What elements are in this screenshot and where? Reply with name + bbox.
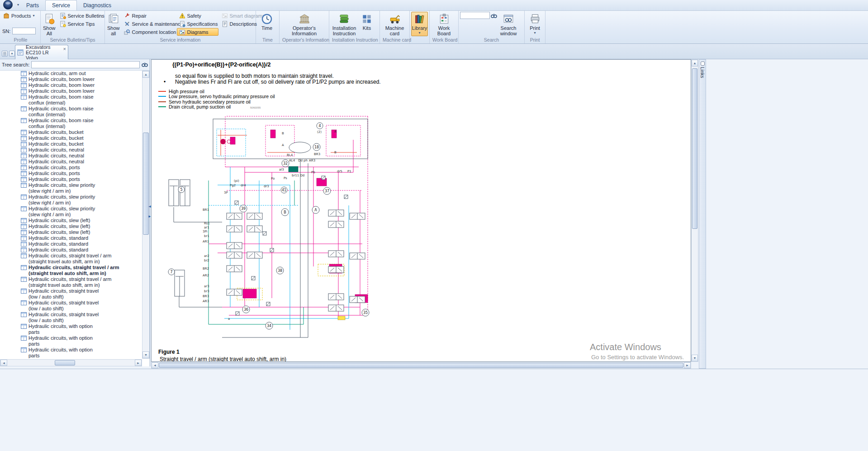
document-horizontal-scrollbar[interactable]: ◄ ►: [151, 362, 691, 369]
tab-diagnostics[interactable]: Diagnostics: [77, 0, 118, 10]
library-button[interactable]: Library ▾: [411, 12, 428, 36]
tree-horizontal-scrollbar[interactable]: ◄ ►: [0, 359, 142, 366]
work-board-button[interactable]: Work Board: [433, 12, 455, 37]
show-all-bulletins-label: Show All: [43, 25, 56, 36]
tree-item[interactable]: Hydraulic circuits, ports: [20, 171, 142, 176]
close-tab-icon[interactable]: ×: [63, 46, 66, 52]
panel-pin-button[interactable]: ▾: [9, 51, 15, 57]
service-bulletins-button[interactable]: Service Bulletins: [57, 12, 107, 19]
tree-item[interactable]: Hydraulic circuits, slew (left): [20, 223, 142, 229]
scroll-up-icon[interactable]: ▲: [142, 71, 149, 78]
scroll-down-icon[interactable]: ▼: [692, 355, 698, 361]
specifications-button[interactable]: Specifications: [177, 20, 218, 28]
tree-item[interactable]: Hydraulic circuits, standard: [20, 235, 142, 241]
tree-item-label: Hydraulic circuits, standard: [28, 241, 88, 247]
scroll-right-icon[interactable]: ►: [135, 360, 142, 366]
sn-input[interactable]: [12, 28, 36, 34]
tree-item-label: Hydraulic circuits, with option parts: [28, 335, 93, 347]
legend-label: High pressure oil: [169, 89, 204, 94]
repair-button[interactable]: Repair: [122, 12, 176, 19]
callout-41: 41: [281, 187, 287, 193]
panel-view-button[interactable]: [2, 51, 8, 57]
kits-button[interactable]: Kits: [359, 12, 375, 36]
scroll-up-icon[interactable]: ▲: [692, 60, 698, 66]
links-tab[interactable]: Links: [700, 67, 705, 78]
tree-item[interactable]: Hydraulic circuits, ports: [20, 165, 142, 171]
tree-item[interactable]: Hydraulic circuits, standard: [20, 247, 142, 253]
document-hscroll-thumb[interactable]: [159, 363, 683, 368]
show-all-bulletins-button[interactable]: Show All: [42, 12, 57, 37]
tree-item[interactable]: Hydraulic circuits, bucket: [20, 141, 142, 147]
application-menu-button[interactable]: ▾: [0, 0, 20, 10]
links-icon[interactable]: [701, 62, 705, 66]
tree-item[interactable]: Hydraulic circuits, slew priority (slew …: [20, 194, 142, 206]
tree-item[interactable]: Hydraulic circuits, neutral: [20, 153, 142, 159]
document-tab-excavators[interactable]: Excavators EC210 LR Volvo ×: [15, 45, 68, 59]
tree-item[interactable]: Hydraulic circuits, straight travel (low…: [20, 300, 142, 312]
scroll-left-icon[interactable]: ◄: [0, 360, 7, 366]
safety-button[interactable]: Safety: [177, 12, 218, 19]
operators-information-button[interactable]: Operator's Information: [289, 12, 319, 37]
show-all-information-button[interactable]: Show all: [106, 12, 121, 37]
search-window-button[interactable]: Search window: [498, 12, 519, 37]
component-location-icon: [124, 29, 130, 35]
tree-item[interactable]: Hydraulic circuits, straight travel (low…: [20, 288, 142, 300]
circuit-document-icon: [21, 253, 27, 258]
tree-item[interactable]: Hydraulic circuits, boom raise conflux (…: [20, 118, 142, 129]
tree-item[interactable]: Hydraulic circuits, slew priority (slew …: [20, 206, 142, 218]
svg-text:Pb: Pb: [311, 171, 315, 174]
tab-parts[interactable]: Parts: [20, 0, 45, 10]
tree-item[interactable]: Hydraulic circuits, slew (left): [20, 229, 142, 235]
tree-item[interactable]: Hydraulic circuits, straight travel / ar…: [20, 265, 142, 276]
tree-item[interactable]: Hydraulic circuits, bucket: [20, 135, 142, 141]
scroll-left-icon[interactable]: ◄: [152, 362, 158, 368]
specifications-icon: [179, 21, 185, 27]
print-button[interactable]: Print ▾: [526, 12, 544, 36]
tree-item[interactable]: Hydraulic circuits, with option parts: [20, 323, 142, 335]
tree-item[interactable]: Hydraulic circuits, boom lower: [20, 82, 142, 88]
tree-search-input[interactable]: [31, 61, 140, 68]
diagrams-button[interactable]: Diagrams: [177, 28, 218, 36]
tree-item[interactable]: Hydraulic circuits, slew priority (slew …: [20, 182, 142, 194]
time-button[interactable]: Time: [257, 12, 276, 36]
svg-text:AL4: AL4: [289, 159, 295, 162]
tree-item[interactable]: Hydraulic circuits, boom raise conflux (…: [20, 94, 142, 106]
machine-card-button[interactable]: Machine card: [383, 12, 407, 37]
hydraulic-schematic: 4 (2) 18 32 41 37 39 B A 5 38 7 36 35 34…: [154, 113, 370, 340]
binoculars-icon[interactable]: [491, 13, 497, 19]
tree-item[interactable]: Hydraulic circuits, with option parts: [20, 347, 142, 359]
document-scroll-thumb[interactable]: [692, 68, 697, 229]
component-location-button[interactable]: Component location: [122, 28, 176, 36]
svg-text:Rs1: Rs1: [204, 222, 210, 225]
tree-item-label: Hydraulic circuits, straight travel (low…: [28, 288, 99, 300]
scroll-down-icon[interactable]: ▼: [142, 351, 149, 358]
tree-hscroll-thumb[interactable]: [55, 360, 75, 366]
document-vertical-scrollbar[interactable]: ▲ ▼: [691, 59, 698, 362]
tab-service[interactable]: Service: [45, 0, 77, 10]
tree-item[interactable]: Hydraulic circuits, boom lower: [20, 76, 142, 82]
tree-item[interactable]: Hydraulic circuits, boom lower: [20, 88, 142, 94]
tree-item[interactable]: Hydraulic circuits, standard: [20, 241, 142, 247]
tree-item[interactable]: Hydraulic circuits, ports: [20, 176, 142, 182]
tree-item[interactable]: Hydraulic circuits, straight travel / ar…: [20, 276, 142, 288]
circuit-document-icon: [21, 195, 27, 199]
tree-item[interactable]: Hydraulic circuits, arm out: [20, 71, 142, 76]
tree-search-binoculars-icon[interactable]: [142, 62, 148, 68]
tree-item[interactable]: Hydraulic circuits, boom raise conflux (…: [20, 106, 142, 118]
tree-item[interactable]: Hydraulic circuits, with option parts: [20, 335, 142, 347]
scroll-right-icon[interactable]: ►: [684, 362, 691, 368]
service-maintenance-button[interactable]: Service & maintenance: [122, 20, 176, 28]
products-dropdown[interactable]: Products ▾: [2, 12, 39, 20]
tree-scroll-thumb[interactable]: [143, 133, 149, 235]
installation-instruction-button[interactable]: Installation Instruction: [331, 12, 358, 37]
group-label-time: Time: [257, 37, 278, 43]
tree-item[interactable]: Hydraulic circuits, bucket: [20, 129, 142, 135]
tree-item[interactable]: Hydraulic circuits, straight travel (low…: [20, 312, 142, 323]
tree-item[interactable]: Hydraulic circuits, neutral: [20, 159, 142, 165]
tree-item[interactable]: Hydraulic circuits, neutral: [20, 147, 142, 153]
service-tips-button[interactable]: Service Tips: [57, 20, 107, 28]
search-input[interactable]: [460, 12, 490, 19]
tree-item[interactable]: Hydraulic circuits, slew (left): [20, 218, 142, 223]
svg-text:37: 37: [325, 189, 329, 193]
tree-item[interactable]: Hydraulic circuits, straight travel / ar…: [20, 253, 142, 265]
